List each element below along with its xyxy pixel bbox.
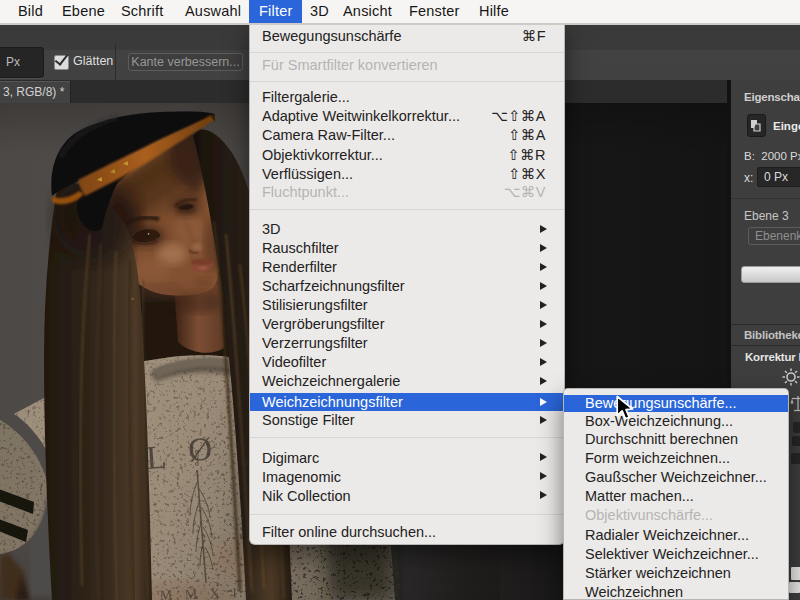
svg-text:M M X I I: M M X I I — [160, 585, 259, 600]
svg-text:Ø: Ø — [187, 430, 213, 468]
svg-text:L: L — [145, 439, 168, 476]
